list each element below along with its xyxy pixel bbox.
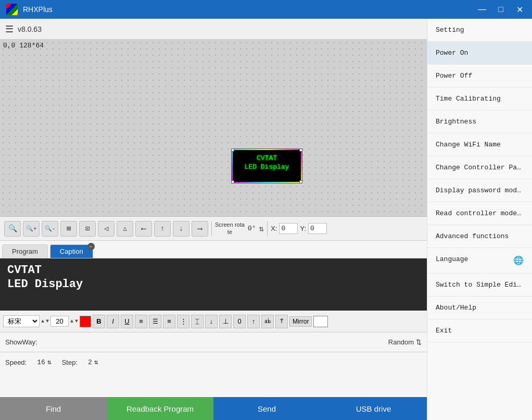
showway-arrows[interactable]: ⇅ xyxy=(416,338,422,346)
close-button[interactable]: ✕ xyxy=(513,5,526,15)
font-compact-button[interactable]: aḃ xyxy=(261,315,274,328)
font-select[interactable]: 标宋 xyxy=(3,315,40,327)
step-value: 2 ⇅ xyxy=(88,358,98,366)
x-input[interactable] xyxy=(279,223,298,234)
tab-program[interactable]: Program xyxy=(2,244,48,258)
baseline-button[interactable]: 0 xyxy=(233,315,246,328)
speed-row: Speed: 16 ⇅ Step: 2 ⇅ xyxy=(0,352,427,372)
bottom-buttons: Find Readback Program Send USB drive xyxy=(0,397,427,420)
tabs-bar: Program Caption − xyxy=(0,241,427,258)
font-down-btn[interactable]: ▼ xyxy=(46,318,49,324)
menu-item-4[interactable]: Brightness xyxy=(427,110,532,133)
screen-rotate-label: Screen rotate xyxy=(215,221,245,235)
move-up-button[interactable]: △ xyxy=(117,221,133,237)
tab-caption[interactable]: Caption − xyxy=(50,244,93,258)
align-top-button[interactable]: ⌶ xyxy=(191,315,204,328)
align-center-button[interactable]: ☰ xyxy=(149,315,161,328)
font-tall-button[interactable]: T̈ xyxy=(275,315,288,328)
maximize-button[interactable]: □ xyxy=(495,5,507,15)
menu-item-13[interactable]: Exit xyxy=(427,319,532,342)
fit-button[interactable]: ⊡ xyxy=(79,221,96,237)
menu-item-12[interactable]: About/Help xyxy=(427,297,532,319)
tool-controls-bar: 🔍 🔍+ 🔍- ⊞ ⊡ ◁ △ ⟵ ↑ ↓ ⟶ Screen rotate 0°… xyxy=(0,217,427,241)
menu-item-9[interactable]: Advanced functions xyxy=(427,225,532,248)
menu-item-11[interactable]: Switch to Simple Edit··· xyxy=(427,274,532,297)
menu-item-5[interactable]: Change WiFi Name xyxy=(427,133,532,156)
zoom-search-button[interactable]: 🔍 xyxy=(4,221,21,237)
send-button[interactable]: Send xyxy=(213,397,320,420)
grid-button[interactable]: ⊞ xyxy=(60,221,77,237)
superscript-button[interactable]: ↑ xyxy=(247,315,260,328)
showway-row: ShowWay: Random ⇅ xyxy=(0,332,427,352)
rotate-arrows[interactable]: ⇅ xyxy=(259,224,264,234)
mirror-value-box[interactable] xyxy=(313,316,328,327)
coords-label: 0,0 128*64 xyxy=(3,42,44,50)
menu-item-0[interactable]: Setting xyxy=(427,19,532,42)
size-up-btn[interactable]: ▲ xyxy=(70,318,73,324)
tool-separator xyxy=(211,221,212,236)
showway-value[interactable]: Random ⇅ xyxy=(388,338,422,346)
text-preview-area[interactable]: CVTAT LED Display xyxy=(0,258,427,311)
move-left2-button[interactable]: ⟵ xyxy=(135,221,152,237)
color-picker[interactable] xyxy=(80,316,91,327)
zoom-out-button[interactable]: 🔍- xyxy=(42,221,58,237)
version-label: v8.0.63 xyxy=(18,25,42,33)
align-vmid-button[interactable]: ⊥ xyxy=(219,315,232,328)
format-toolbar: 标宋 ▲ ▼ ▲ ▼ B I U ≡ ☰ ≡ ⋮ ⌶ ↓ ⊥ 0 ↑ aḃ T̈… xyxy=(0,311,427,332)
resize-handle-tl[interactable] xyxy=(231,149,234,152)
menu-item-2[interactable]: Power Off xyxy=(427,65,532,88)
minimize-button[interactable]: — xyxy=(476,5,488,15)
led-text-line2: LED Display xyxy=(233,162,301,171)
align-left-button[interactable]: ≡ xyxy=(135,315,147,328)
usb-button[interactable]: USB drive xyxy=(320,397,427,420)
resize-handle-tr[interactable] xyxy=(299,149,302,152)
titlebar-left: RHXPlus xyxy=(6,4,53,15)
align-bottom-button[interactable]: ↓ xyxy=(205,315,218,328)
menu-item-8[interactable]: Read controller model··· xyxy=(427,202,532,225)
align-justify-button[interactable]: ⋮ xyxy=(177,315,189,328)
readback-button[interactable]: Readback Program xyxy=(107,397,213,420)
size-down-btn[interactable]: ▼ xyxy=(75,318,78,324)
menu-item-7[interactable]: Display password modi··· xyxy=(427,179,532,202)
zoom-in-button[interactable]: 🔍+ xyxy=(23,221,40,237)
y-input[interactable] xyxy=(308,223,327,234)
resize-handle-br[interactable] xyxy=(299,180,302,183)
menu-item-1[interactable]: Power On xyxy=(427,42,532,65)
move-left-button[interactable]: ◁ xyxy=(98,221,115,237)
move-up2-button[interactable]: ↑ xyxy=(154,221,171,237)
tab-close-button[interactable]: − xyxy=(87,243,95,250)
left-area: 0,0 128*64 CVTAT LED Display 🔍 🔍+ 🔍- ⊞ ⊡… xyxy=(0,40,427,420)
titlebar: RHXPlus — □ ✕ xyxy=(0,0,532,19)
font-size-input[interactable] xyxy=(50,316,69,327)
main-area: 0,0 128*64 CVTAT LED Display 🔍 🔍+ 🔍- ⊞ ⊡… xyxy=(0,40,532,420)
find-button[interactable]: Find xyxy=(0,397,107,420)
menu-items: SettingPower OnPower OffTime Calibrating… xyxy=(427,19,532,342)
bold-button[interactable]: B xyxy=(93,315,105,328)
app-name: RHXPlus xyxy=(23,5,53,14)
underline-button[interactable]: U xyxy=(121,315,133,328)
menu-item-6[interactable]: Change Controller Pas··· xyxy=(427,156,532,179)
canvas-area[interactable]: 0,0 128*64 CVTAT LED Display xyxy=(0,40,427,217)
speed-arrows[interactable]: ⇅ xyxy=(47,358,52,366)
italic-button[interactable]: I xyxy=(107,315,119,328)
showway-label: ShowWay: xyxy=(5,338,37,346)
preview-line1: CVTAT xyxy=(7,264,420,277)
led-text-line1: CVTAT xyxy=(233,150,301,162)
move-down2-button[interactable]: ↓ xyxy=(173,221,189,237)
menu-item-3[interactable]: Time Calibrating xyxy=(427,88,532,110)
menu-icon[interactable]: ☰ xyxy=(5,23,14,35)
step-label: Step: xyxy=(62,359,78,366)
rotate-value: 0° xyxy=(248,225,256,232)
led-display[interactable]: CVTAT LED Display xyxy=(232,149,302,183)
preview-line2: LED Display xyxy=(7,278,420,291)
resize-handle-bl[interactable] xyxy=(231,180,234,183)
toolbar-left: ☰ v8.0.63 xyxy=(5,23,42,35)
font-up-btn[interactable]: ▲ xyxy=(41,318,44,324)
step-arrows[interactable]: ⇅ xyxy=(94,358,98,366)
y-label: Y: xyxy=(300,225,306,232)
mirror-button[interactable]: Mirror xyxy=(289,316,312,327)
align-right-button[interactable]: ≡ xyxy=(163,315,175,328)
app-logo xyxy=(6,4,18,15)
menu-item-10[interactable]: Language🌐 xyxy=(427,248,532,274)
move-right2-button[interactable]: ⟶ xyxy=(192,221,208,237)
